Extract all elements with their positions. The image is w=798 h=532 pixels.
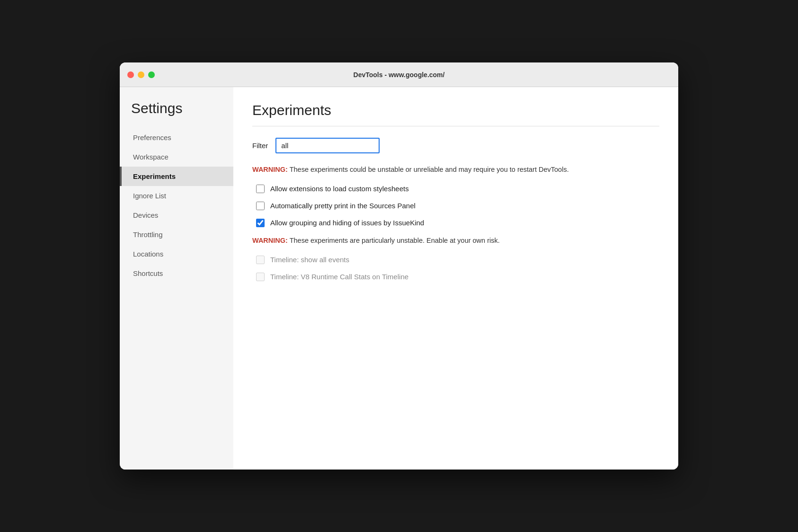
checkbox-extensions-label: Allow extensions to load custom styleshe… bbox=[270, 185, 409, 193]
checkbox-timeline-events[interactable] bbox=[256, 256, 265, 264]
checkbox-pretty-print[interactable] bbox=[256, 202, 265, 210]
checkbox-row-grouping: Allow grouping and hiding of issues by I… bbox=[252, 219, 659, 227]
window-controls bbox=[127, 71, 155, 78]
filter-input[interactable] bbox=[275, 138, 380, 153]
checkbox-row-timeline-v8: Timeline: V8 Runtime Call Stats on Timel… bbox=[252, 273, 659, 281]
page-title: Experiments bbox=[252, 102, 659, 118]
warning-stable: WARNING: These experiments could be unst… bbox=[252, 165, 659, 175]
checkbox-pretty-print-label: Automatically pretty print in the Source… bbox=[270, 202, 416, 210]
checkbox-row-extensions: Allow extensions to load custom styleshe… bbox=[252, 185, 659, 193]
checkbox-row-pretty-print: Automatically pretty print in the Source… bbox=[252, 202, 659, 210]
sidebar-item-throttling[interactable]: Throttling bbox=[120, 225, 233, 244]
titlebar: DevTools - www.google.com/ bbox=[120, 62, 678, 87]
sidebar-item-experiments[interactable]: Experiments bbox=[120, 167, 233, 186]
close-button[interactable] bbox=[127, 71, 134, 78]
warning-stable-body: These experiments could be unstable or u… bbox=[288, 166, 569, 173]
warning-unstable: WARNING: These experiments are particula… bbox=[252, 236, 659, 246]
content-area: Settings Preferences Workspace Experimen… bbox=[120, 87, 678, 470]
sidebar-item-preferences[interactable]: Preferences bbox=[120, 128, 233, 147]
warning-stable-text: WARNING: These experiments could be unst… bbox=[252, 165, 659, 175]
checkbox-grouping[interactable] bbox=[256, 219, 265, 227]
sidebar: Settings Preferences Workspace Experimen… bbox=[120, 87, 233, 470]
checkbox-row-timeline-events: Timeline: show all events bbox=[252, 256, 659, 264]
maximize-button[interactable] bbox=[148, 71, 155, 78]
warning-unstable-prefix: WARNING: bbox=[252, 237, 288, 244]
warning-stable-prefix: WARNING: bbox=[252, 166, 288, 173]
sidebar-heading: Settings bbox=[120, 100, 233, 128]
warning-unstable-text: WARNING: These experiments are particula… bbox=[252, 236, 659, 246]
devtools-window: DevTools - www.google.com/ Settings Pref… bbox=[120, 62, 678, 470]
warning-unstable-body: These experiments are particularly unsta… bbox=[288, 237, 500, 244]
sidebar-item-ignore-list[interactable]: Ignore List bbox=[120, 186, 233, 205]
filter-label: Filter bbox=[252, 142, 268, 150]
minimize-button[interactable] bbox=[138, 71, 144, 78]
filter-row: Filter bbox=[252, 138, 659, 153]
checkbox-timeline-v8[interactable] bbox=[256, 273, 265, 281]
title-divider bbox=[252, 126, 659, 126]
checkbox-timeline-v8-label: Timeline: V8 Runtime Call Stats on Timel… bbox=[270, 273, 408, 281]
sidebar-item-locations[interactable]: Locations bbox=[120, 244, 233, 264]
sidebar-item-shortcuts[interactable]: Shortcuts bbox=[120, 264, 233, 283]
checkbox-extensions[interactable] bbox=[256, 185, 265, 193]
checkbox-grouping-label: Allow grouping and hiding of issues by I… bbox=[270, 219, 424, 227]
sidebar-item-devices[interactable]: Devices bbox=[120, 205, 233, 225]
sidebar-item-workspace[interactable]: Workspace bbox=[120, 147, 233, 167]
window-title: DevTools - www.google.com/ bbox=[354, 71, 445, 79]
main-content: Experiments Filter WARNING: These experi… bbox=[233, 87, 678, 470]
checkbox-timeline-events-label: Timeline: show all events bbox=[270, 256, 349, 264]
